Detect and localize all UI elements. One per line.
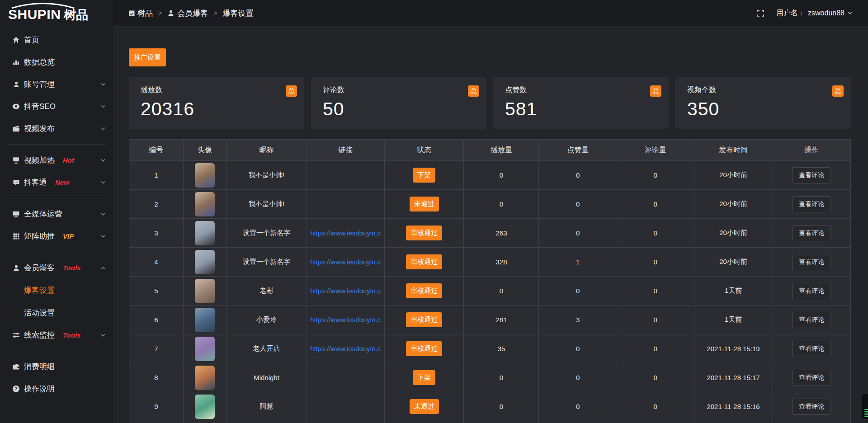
chat-icon: [12, 179, 20, 186]
cell-time: 20小时前: [694, 248, 773, 277]
status-button[interactable]: 未通过: [410, 399, 439, 414]
cell-nickname: 老彬: [226, 277, 307, 306]
view-comments-button[interactable]: 查看评论: [793, 167, 830, 183]
cell-id: [129, 421, 184, 423]
status-button[interactable]: 未通过: [410, 197, 439, 212]
sidebar-item-video-publish[interactable]: 视频发布: [0, 118, 113, 140]
sidebar-item-douketong[interactable]: 抖客通 New: [0, 171, 113, 193]
video-icon: [12, 125, 20, 132]
cell-link: [307, 421, 385, 423]
sliders-icon: [12, 331, 20, 339]
cell-avatar: [184, 219, 227, 248]
status-button[interactable]: 下架: [413, 370, 435, 385]
sidebar-item-operation-guide[interactable]: ? 操作说明: [0, 378, 113, 400]
chevron-down-icon: [100, 180, 106, 185]
video-link[interactable]: https://www.iesdouyin.c: [310, 316, 381, 324]
stat-value: 581: [505, 99, 661, 120]
status-button[interactable]: 审核通过: [406, 341, 442, 356]
view-comments-button[interactable]: 查看评论: [793, 399, 830, 415]
view-comments-button[interactable]: 查看评论: [793, 254, 830, 270]
floating-widget[interactable]: [862, 394, 868, 419]
video-link[interactable]: https://www.iesdouyin.c: [310, 229, 381, 237]
sidebar-item-data-overview[interactable]: 数据总览: [0, 51, 113, 73]
stat-label: 评论数: [323, 85, 344, 95]
breadcrumb-item-member-baoke[interactable]: 会员爆客: [167, 8, 208, 19]
breadcrumb-label: 树品: [137, 8, 153, 19]
dashboard-icon: [129, 10, 135, 16]
chevron-down-icon: [100, 212, 106, 217]
status-button[interactable]: 审核通过: [406, 226, 442, 240]
breadcrumb-item-shupin[interactable]: 树品: [129, 8, 153, 19]
cell-likes: 0: [539, 190, 617, 219]
table-row: 7 老人开店 https://www.iesdouyin.c 审核通过 35 0…: [129, 334, 851, 363]
column-header: 播放量: [464, 140, 539, 161]
topbar: 树品 > 会员爆客 > 爆客设置 用户名：zswodun88: [113, 0, 868, 27]
fullscreen-icon[interactable]: [757, 9, 764, 17]
chevron-down-icon: [100, 82, 106, 87]
status-button[interactable]: 审核通过: [406, 312, 442, 327]
sidebar-item-all-media-operation[interactable]: 全媒体运营: [0, 203, 113, 225]
cell-id: 3: [129, 219, 184, 248]
sidebar-item-video-heating[interactable]: 视频加热 Hot: [0, 149, 113, 171]
avatar: [195, 221, 215, 245]
sidebar-item-tag: Tools: [63, 264, 80, 272]
video-link[interactable]: https://www.iesdouyin.c: [310, 345, 381, 352]
sidebar-item-account-management[interactable]: 账号管理: [0, 73, 113, 95]
sidebar-item-label: 全媒体运营: [24, 209, 62, 219]
chevron-down-icon: [100, 158, 106, 163]
video-table: 编号头像昵称链接状态播放量点赞量评论量发布时间操作 1 我不是小帅! 下架 0 …: [129, 139, 851, 423]
sidebar-divider: [8, 351, 105, 351]
sidebar-item-douyin-seo[interactable]: 抖音SEO: [0, 95, 113, 118]
promo-settings-button[interactable]: 推广设置: [129, 48, 166, 66]
breadcrumb-item-baoke-settings: 爆客设置: [222, 8, 253, 19]
cell-nickname: 设置一个新名字: [226, 248, 307, 277]
cell-comments: [617, 421, 694, 423]
cell-link: https://www.iesdouyin.c: [307, 248, 385, 277]
user-menu[interactable]: 用户名：zswodun88: [776, 9, 853, 18]
cell-id: 7: [129, 334, 184, 363]
column-header: 发布时间: [694, 140, 773, 161]
view-comments-button[interactable]: 查看评论: [793, 283, 830, 299]
sidebar-item-consumption-details[interactable]: 消费明细: [0, 356, 113, 378]
breadcrumb-label: 会员爆客: [177, 8, 208, 19]
status-button[interactable]: 审核通过: [406, 254, 442, 269]
stat-value: 20316: [141, 99, 297, 120]
cell-action: 查看评论: [773, 248, 851, 277]
cell-link: [307, 190, 385, 219]
cell-link: https://www.iesdouyin.c: [307, 277, 385, 306]
status-button[interactable]: 下架: [413, 168, 435, 183]
cell-comments: 0: [617, 161, 694, 190]
view-comments-button[interactable]: 查看评论: [793, 370, 830, 386]
video-link[interactable]: https://www.iesdouyin.c: [310, 258, 381, 266]
view-comments-button[interactable]: 查看评论: [793, 341, 830, 357]
cell-likes: 3: [539, 306, 617, 334]
breadcrumb-current: 爆客设置: [222, 8, 253, 19]
sidebar-item-matrix-boost[interactable]: 矩阵助推 VIP: [0, 225, 113, 247]
svg-text:?: ?: [14, 386, 18, 391]
video-link[interactable]: https://www.iesdouyin.c: [310, 287, 381, 295]
sidebar-item-home[interactable]: 首页: [0, 29, 113, 51]
stat-value: 350: [687, 99, 844, 120]
cell-comments: 0: [617, 190, 694, 219]
cell-time: 20小时前: [694, 219, 773, 248]
sidebar-item-clue-monitoring[interactable]: 线索监控 Tools: [0, 324, 113, 346]
cell-likes: [539, 421, 617, 423]
chevron-down-icon: [100, 333, 106, 338]
stat-value: 50: [323, 99, 479, 120]
cell-id: 9: [129, 392, 184, 421]
cell-likes: 1: [539, 248, 617, 277]
breadcrumb-separator: >: [213, 9, 217, 17]
sidebar-subitem-baoke-settings[interactable]: 爆客设置: [0, 279, 113, 301]
cell-link: https://www.iesdouyin.c: [307, 306, 385, 334]
status-button[interactable]: 审核通过: [406, 283, 442, 298]
cell-action: 查看评论: [773, 334, 851, 363]
sidebar-subitem-activity-settings[interactable]: 活动设置: [0, 301, 113, 324]
view-comments-button[interactable]: 查看评论: [793, 312, 830, 328]
column-header: 头像: [184, 140, 227, 161]
view-comments-button[interactable]: 查看评论: [793, 225, 830, 241]
sidebar-item-member-baoke[interactable]: 会员爆客 Tools: [0, 257, 113, 279]
view-comments-button[interactable]: 查看评论: [793, 196, 830, 212]
cell-avatar: [184, 334, 227, 363]
table-row: [129, 421, 851, 423]
stat-total-badge: 总: [650, 85, 661, 97]
